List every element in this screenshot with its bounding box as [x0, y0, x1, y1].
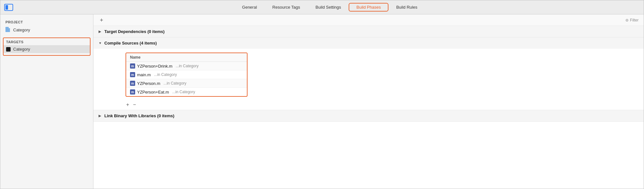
tab-build-settings[interactable]: Build Settings [308, 3, 349, 12]
tab-build-phases[interactable]: Build Phases [349, 3, 388, 12]
sidebar-toggle-button[interactable] [4, 4, 13, 11]
remove-source-button[interactable]: − [132, 102, 136, 107]
phase-compile-sources: ▼ Compile Sources (4 items) Name m [93, 37, 644, 110]
table-row[interactable]: m main.m ...in Category [126, 70, 247, 79]
phase-compile-sources-content: Name m YZPerson+Drink.m ...in Category m [93, 49, 644, 110]
table-actions: + − [93, 100, 644, 110]
chevron-down-icon: ▼ [99, 41, 102, 45]
sidebar-project-label: Category [13, 28, 30, 32]
filter-icon: ⊜ [625, 18, 629, 22]
content-area: + ⊜ Filter ▶ Target Dependencies (0 item… [93, 14, 644, 189]
phase-target-dependencies-header[interactable]: ▶ Target Dependencies (0 items) [93, 26, 644, 37]
tabs-center: General Resource Tags Build Settings Bui… [20, 3, 640, 12]
tab-resource-tags[interactable]: Resource Tags [265, 3, 308, 12]
table-row[interactable]: m YZPerson+Eat.m ...in Category [126, 88, 247, 96]
tab-bar: General Resource Tags Build Settings Bui… [0, 0, 644, 14]
add-source-button[interactable]: + [126, 102, 130, 107]
document-icon [5, 27, 10, 32]
phase-target-dependencies: ▶ Target Dependencies (0 items) [93, 26, 644, 37]
tab-general[interactable]: General [234, 3, 265, 12]
phase-target-dependencies-label: Target Dependencies (0 items) [104, 29, 165, 34]
sidebar-target-label: Category [13, 47, 30, 52]
app-window: General Resource Tags Build Settings Bui… [0, 0, 644, 189]
m-file-badge: m [130, 63, 135, 69]
file-icon [5, 27, 11, 33]
main-content: PROJECT Category TARGETS Category + [0, 14, 644, 189]
file-path: ...in Category [163, 81, 186, 86]
project-section-label: PROJECT [0, 18, 93, 25]
file-name: YZPerson+Eat.m [137, 90, 169, 94]
phase-compile-sources-header[interactable]: ▼ Compile Sources (4 items) [93, 37, 644, 49]
filter-button[interactable]: ⊜ Filter [625, 18, 639, 22]
file-name: main.m [137, 72, 151, 77]
chevron-right-icon: ▶ [99, 30, 102, 33]
table-header-row: Name [126, 53, 247, 62]
m-file-badge: m [130, 81, 135, 86]
sidebar: PROJECT Category TARGETS Category [0, 14, 93, 189]
target-icon [6, 47, 11, 52]
table-row[interactable]: m YZPerson.m ...in Category [126, 79, 247, 88]
chevron-right-icon: ▶ [99, 114, 102, 118]
content-scroll[interactable]: ▶ Target Dependencies (0 items) ▼ Compil… [93, 26, 644, 189]
table-row[interactable]: m YZPerson+Drink.m ...in Category [126, 62, 247, 70]
file-path: ...in Category [176, 64, 198, 68]
phase-compile-sources-label: Compile Sources (4 items) [104, 41, 157, 45]
sidebar-item-target-category[interactable]: Category [4, 45, 90, 53]
sidebar-toggle-inner [5, 5, 8, 10]
content-toolbar: + ⊜ Filter [93, 14, 644, 26]
filter-label: Filter [630, 18, 639, 22]
file-path: ...in Category [172, 90, 195, 94]
sidebar-item-project-category[interactable]: Category [0, 25, 93, 34]
phase-link-binary-header[interactable]: ▶ Link Binary With Libraries (0 items) [93, 110, 644, 121]
m-file-badge: m [130, 89, 135, 94]
file-name: YZPerson.m [137, 81, 160, 86]
phase-link-binary: ▶ Link Binary With Libraries (0 items) [93, 110, 644, 122]
column-header-name: Name [130, 55, 243, 60]
file-name: YZPerson+Drink.m [137, 64, 172, 69]
sources-table: Name m YZPerson+Drink.m ...in Category m [126, 53, 248, 97]
m-file-badge: m [130, 72, 135, 77]
targets-section: TARGETS Category [3, 37, 91, 56]
phase-link-binary-label: Link Binary With Libraries (0 items) [104, 113, 174, 118]
tab-build-rules[interactable]: Build Rules [388, 3, 425, 12]
add-phase-button[interactable]: + [99, 17, 105, 23]
targets-section-label: TARGETS [4, 40, 90, 45]
file-path: ...in Category [154, 72, 177, 77]
